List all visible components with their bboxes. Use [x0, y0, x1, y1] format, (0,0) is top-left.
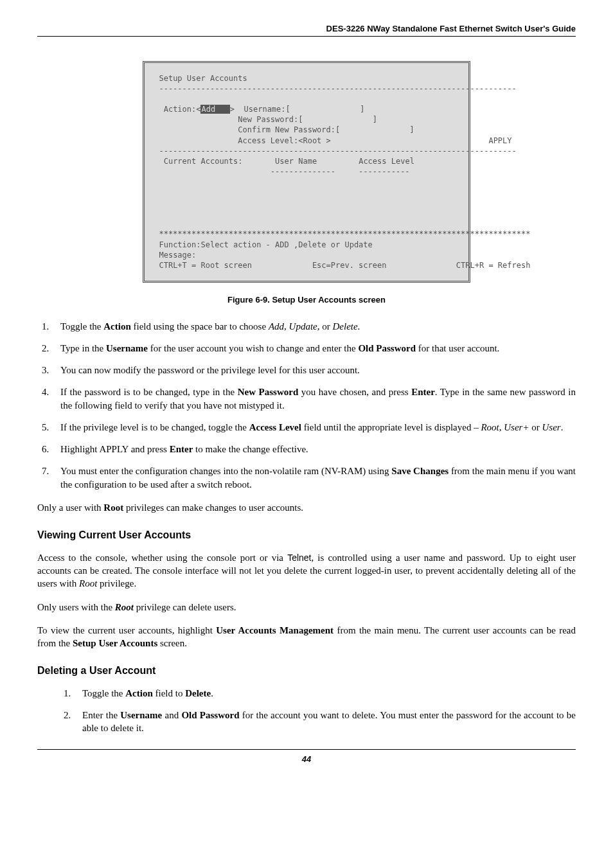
root-only-note: Only a user with Root privileges can mak…: [37, 501, 576, 514]
page-number: 44: [37, 754, 576, 765]
step-1: Toggle the Action field using the space …: [51, 320, 576, 333]
viewing-p3: To view the current user accounts, highl…: [37, 624, 576, 650]
step-4: If the password is to be changed, type i…: [51, 385, 576, 412]
del-step-1: Toggle the Action field to Delete.: [73, 687, 576, 700]
terminal-figure: Setup User Accounts --------------------…: [37, 57, 576, 283]
steps-list-setup: Toggle the Action field using the space …: [37, 320, 576, 491]
viewing-p1: Access to the console, whether using the…: [37, 551, 576, 590]
action-field[interactable]: Add: [200, 105, 229, 114]
del-step-2: Enter the Username and Old Password for …: [73, 709, 576, 735]
heading-viewing: Viewing Current User Accounts: [37, 528, 576, 542]
step-2: Type in the Username for the user accoun…: [51, 342, 576, 355]
step-6: Highlight APPLY and press Enter to make …: [51, 443, 576, 456]
terminal-window: Setup User Accounts --------------------…: [143, 61, 470, 283]
header-rule: [37, 36, 576, 37]
terminal-content: Setup User Accounts --------------------…: [150, 73, 463, 271]
step-3: You can now modify the password or the p…: [51, 364, 576, 376]
footer-rule: [37, 749, 576, 750]
step-7: You must enter the configuration changes…: [51, 465, 576, 491]
figure-caption: Figure 6-9. Setup User Accounts screen: [37, 294, 576, 306]
step-5: If the privilege level is to be changed,…: [51, 421, 576, 434]
running-header: DES-3226 NWay Standalone Fast Ethernet S…: [37, 23, 576, 35]
viewing-p2: Only users with the Root privilege can d…: [37, 601, 576, 614]
steps-list-deleting: Toggle the Action field to Delete. Enter…: [37, 687, 576, 735]
heading-deleting: Deleting a User Account: [37, 664, 576, 678]
